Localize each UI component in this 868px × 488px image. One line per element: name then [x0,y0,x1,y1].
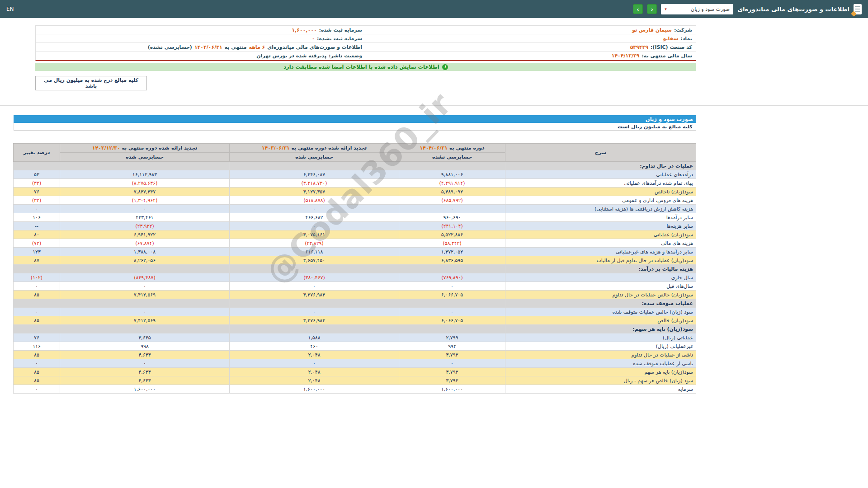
value-percent-change: ۵۳ [14,170,60,179]
value-percent-change: -- [14,222,60,230]
column-header-description: شرح [505,144,696,162]
unregistered-capital-label: سرمایه ثبت نشده: [317,36,362,42]
value-restated-year [60,162,230,170]
table-row: سال‌های قبل ۰ ۰ ۰ ۰ [14,282,696,291]
value-percent-change: ۰ [14,282,60,291]
column-header-restated-year: تجدید ارائه شده دوره منتهی به ۱۴۰۳/۱۲/۳۰ [60,144,230,153]
page: { "topbar": { "title": "اطلاعات و صورت‌ه… [0,0,868,488]
value-restated-midyear [230,162,399,170]
value-current-period: (۲۴۱,۱۰۴) [399,222,505,230]
table-row: سایر درآمدها و هزینه های غیرعملیاتی ۱,۳۷… [14,248,696,256]
row-label: هزینه های فروش، اداری و عمومی [505,196,696,205]
restated-year-audit-status: حسابرسی شده [60,153,230,162]
table-row: هزینه های فروش، اداری و عمومی (۶۸۵,۷۹۲) … [14,196,696,205]
fiscal-year-value: ۱۴۰۴/۱۲/۲۹ [612,53,640,59]
fiscal-year-cell: سال مالی منتهی به: ۱۴۰۴/۱۲/۲۹ [366,52,696,60]
registered-capital-value: ۱,۶۰۰,۰۰۰ [292,27,316,33]
value-restated-year [60,299,230,308]
statement-select-value: صورت سود و زیان [691,6,730,12]
symbol-label: نماد: [680,36,692,42]
value-restated-year: ۷,۴۱۲,۵۶۹ [60,291,230,299]
value-restated-midyear: (۳۸۰,۴۶۷) [230,273,399,282]
table-row: سود(زیان) عملیاتی ۵,۵۲۲,۸۸۶ ۳,۰۷۵,۱۶۱ ۶,… [14,230,696,239]
value-percent-change: (۳۲) [14,196,60,205]
value-restated-midyear: ۰ [230,359,399,368]
table-row: عملیات متوقف شده: [14,299,696,308]
restated-year-date: ۱۴۰۳/۱۲/۳۰ [92,145,120,151]
row-label: هزینه های مالی [505,239,696,248]
info-icon: i [442,64,448,70]
unregistered-capital-cell: سرمایه ثبت نشده: ۰ [36,34,366,43]
value-percent-change: ۰ [14,308,60,316]
statement-title-bar: صورت سود و زیان [14,115,696,123]
row-label: عملیاتی (ریال) [505,333,696,342]
company-info-table: شرکت: سیمان فارس نو سرمایه ثبت شده: ۱,۶۰… [35,25,696,61]
next-period-button[interactable]: › [633,4,643,14]
value-current-period: ۱,۶۰۰,۰۰۰ [399,385,505,394]
period-cell: اطلاعات و صورت‌های مالی میاندوره‌ای ۶ ما… [36,43,366,52]
period-date: ۱۴۰۴/۰۶/۳۱ [194,44,222,50]
language-toggle[interactable]: EN [6,6,14,12]
value-current-period: ۹۹۳ [399,342,505,351]
value-current-period: ۹,۸۸۱,۰۰۶ [399,170,505,179]
value-percent-change: ۸۷ [14,256,60,265]
unregistered-capital-value: ۰ [311,36,315,42]
value-current-period: ۰ [399,308,505,316]
value-percent-change: (۷۲) [14,239,60,248]
value-restated-midyear: (۵۱۸,۸۷۸) [230,196,399,205]
signature-match-banner: i اطلاعات نمایش داده شده با اطلاعات امضا… [35,63,696,71]
value-restated-year: ۸,۲۶۲,۰۵۶ [60,256,230,265]
period-months: ۶ ماهه [249,44,265,50]
table-row: سود(زیان) خالص عملیات در حال تداوم ۶,۰۶۶… [14,291,696,299]
value-restated-year: ۹۹۸ [60,342,230,351]
row-label: سود(زیان) پایه هر سهم [505,368,696,376]
row-label: سایر هزینه‌ها [505,222,696,230]
row-label: سود(زیان) خالص عملیات در حال تداوم [505,291,696,299]
table-body: عملیات در حال تداوم: درآمدهای عملیاتی ۹,… [14,162,696,394]
document-icon [854,4,862,14]
value-restated-year: ۶,۹۴۱,۹۲۲ [60,230,230,239]
previous-period-button[interactable]: ‹ [647,4,657,14]
current-period-date: ۱۴۰۴/۰۶/۳۱ [420,145,448,151]
value-restated-year: ۰ [60,308,230,316]
value-percent-change [14,265,60,273]
value-restated-year [60,325,230,333]
company-label: شرکت: [674,27,692,33]
table-row: ناشی از عملیات در حال تداوم ۳,۷۹۲ ۲,۰۴۸ … [14,351,696,359]
value-current-period: (۵۸,۳۴۳) [399,239,505,248]
value-percent-change: ۸۵ [14,376,60,385]
value-restated-year: (۶۷,۸۷۴) [60,239,230,248]
row-label: عملیات متوقف شده: [505,299,696,308]
row-label: سرمایه [505,385,696,394]
table-row: سود (زیان) خالص عملیات متوقف شده ۰ ۰ ۰ ۰ [14,308,696,316]
statement-select[interactable]: صورت سود و زیان ▾ [661,4,733,14]
row-label: سود (زیان) خالص عملیات متوقف شده [505,308,696,316]
value-restated-year [60,265,230,273]
income-statement-table: شرح دوره منتهی به ۱۴۰۴/۰۶/۳۱ تجدید ارائه… [13,143,696,394]
value-restated-year: ۴,۶۳۳ [60,368,230,376]
value-percent-change: ۸۵ [14,316,60,325]
value-percent-change: ۸۰ [14,230,60,239]
symbol-value: سفانو [663,36,678,42]
section-divider [0,105,868,106]
value-percent-change [14,299,60,308]
row-label: غیرعملیاتی (ریال) [505,342,696,351]
value-current-period: (۷۶۹,۸۹۰) [399,273,505,282]
value-current-period: ۰ [399,359,505,368]
value-current-period [399,265,505,273]
value-restated-midyear: (۳,۳۱۸,۷۳۰) [230,179,399,188]
table-row: هزینه مالیات بر درآمد: [14,265,696,273]
table-row: بهای تمام شده درآمدهای عملیاتی (۴,۳۹۱,۹۱… [14,179,696,188]
table-row: سود(زیان) خالص ۶,۰۶۶,۷۰۵ ۳,۲۷۶,۹۸۳ ۷,۴۱۲… [14,316,696,325]
table-row: هزینه های مالی (۵۸,۳۴۳) (۳۳,۸۲۹) (۶۷,۸۷۴… [14,239,696,248]
company-value: سیمان فارس نو [632,27,672,33]
restated-midyear-date: ۱۴۰۳/۰۶/۳۱ [262,145,290,151]
row-label: سایر درآمدها [505,213,696,222]
row-label: سال‌های قبل [505,282,696,291]
value-percent-change: ۸۵ [14,368,60,376]
value-current-period [399,299,505,308]
value-restated-year: (۸۴۹,۴۸۷) [60,273,230,282]
issuer-status-cell: وضعیت ناشر: پذیرفته شده در بورس تهران [36,52,366,60]
value-restated-midyear: ۲,۰۴۸ [230,351,399,359]
value-restated-year: ۴,۶۳۳ [60,376,230,385]
